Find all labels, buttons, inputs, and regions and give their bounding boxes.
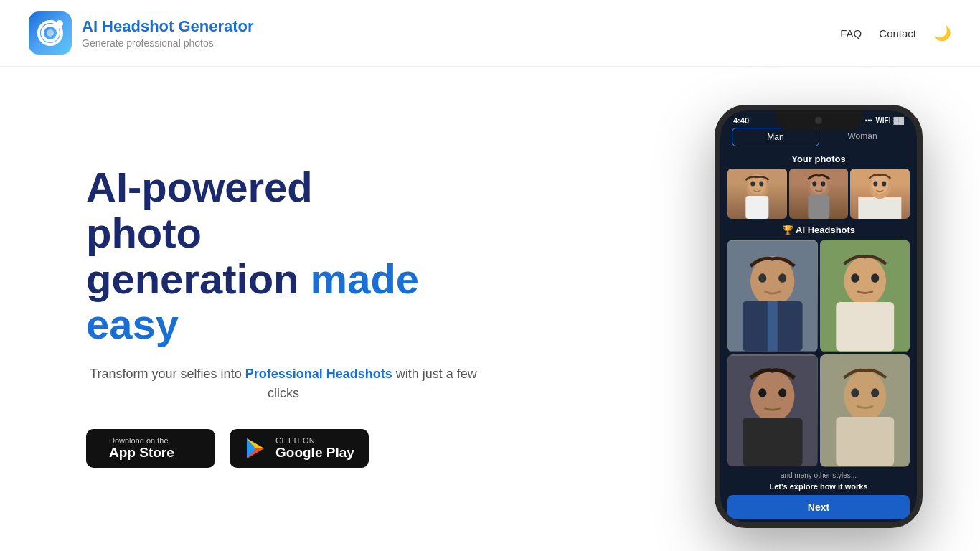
svg-rect-9 <box>745 196 768 219</box>
app-name: AI Headshot Generator <box>82 17 254 36</box>
store-buttons: Download on the App Store GET IT ON Goog… <box>86 429 481 468</box>
svg-rect-40 <box>836 417 894 466</box>
phone-mockup-section: 4:40 ▪▪▪ WiFi ▓▓ Man Woman Your photos <box>715 105 923 528</box>
google-play-icon <box>244 437 267 460</box>
appstore-button[interactable]: Download on the App Store <box>86 429 215 468</box>
hero-section: AI-powered photo generation made easy Tr… <box>86 164 481 468</box>
phone-mockup: 4:40 ▪▪▪ WiFi ▓▓ Man Woman Your photos <box>715 105 923 528</box>
svg-point-26 <box>758 273 766 283</box>
wifi-icon: WiFi <box>875 116 890 124</box>
phone-camera <box>815 117 822 124</box>
photo-pro-3 <box>727 354 818 467</box>
photo-pro-2 <box>820 240 910 352</box>
svg-point-0 <box>42 25 58 41</box>
svg-point-20 <box>874 181 878 186</box>
phone-screen: 4:40 ▪▪▪ WiFi ▓▓ Man Woman Your photos <box>720 110 917 522</box>
status-icons: ▪▪▪ WiFi ▓▓ <box>865 116 904 124</box>
google-play-text: GET IT ON Google Play <box>275 436 354 461</box>
phone-time: 4:40 <box>733 116 749 125</box>
svg-point-39 <box>844 371 886 421</box>
svg-point-2 <box>47 29 54 37</box>
bottom-photos-grid <box>720 240 917 468</box>
svg-point-16 <box>821 181 825 186</box>
svg-point-1 <box>54 24 60 29</box>
nav: FAQ Contact 🌙 <box>840 24 951 42</box>
ai-headshots-label: 🏆 AI Headshots <box>720 219 917 240</box>
app-title-block: AI Headshot Generator Generate professio… <box>82 17 254 49</box>
top-photos-grid <box>720 169 917 219</box>
many-styles-text: and many other styles... <box>727 471 910 479</box>
photo-pro-4 <box>820 354 910 467</box>
battery-icon: ▓▓ <box>893 116 904 124</box>
theme-toggle-icon[interactable]: 🌙 <box>933 24 951 42</box>
svg-rect-14 <box>808 195 829 219</box>
svg-point-23 <box>750 255 794 306</box>
contact-link[interactable]: Contact <box>879 27 916 39</box>
svg-point-42 <box>871 388 879 397</box>
header: AI Headshot Generator Generate professio… <box>0 0 980 67</box>
faq-link[interactable]: FAQ <box>840 27 862 39</box>
svg-rect-35 <box>743 418 803 466</box>
signal-icon: ▪▪▪ <box>865 116 873 124</box>
app-subtitle: Generate professional photos <box>82 37 254 49</box>
photo-thumb-2 <box>789 169 849 219</box>
svg-rect-30 <box>836 302 894 351</box>
svg-point-15 <box>812 181 816 186</box>
photo-thumb-3 <box>850 169 910 219</box>
hero-title: AI-powered photo generation made easy <box>86 164 481 347</box>
app-icon <box>29 11 72 55</box>
main-content: AI-powered photo generation made easy Tr… <box>0 67 980 551</box>
phone-notch <box>776 110 862 131</box>
photo-thumb-1 <box>727 169 787 219</box>
svg-point-29 <box>844 257 886 305</box>
svg-point-31 <box>851 273 859 283</box>
phone-footer: and many other styles... Let's explore h… <box>720 467 917 522</box>
next-button[interactable]: Next <box>727 495 910 519</box>
svg-point-32 <box>871 273 879 283</box>
svg-point-10 <box>750 181 755 186</box>
svg-point-37 <box>778 388 786 397</box>
svg-rect-17 <box>859 197 902 219</box>
explore-text: Let's explore how it works <box>727 482 910 491</box>
svg-point-34 <box>750 369 794 422</box>
svg-point-36 <box>758 388 766 397</box>
logo-area: AI Headshot Generator Generate professio… <box>29 11 254 55</box>
svg-point-41 <box>851 388 859 397</box>
svg-point-21 <box>882 181 887 186</box>
appstore-text: Download on the App Store <box>109 436 174 461</box>
phone-your-photos-title: Your photos <box>720 151 917 169</box>
svg-rect-25 <box>768 301 778 351</box>
google-play-button[interactable]: GET IT ON Google Play <box>230 429 369 468</box>
svg-point-27 <box>778 273 786 283</box>
photo-pro-1 <box>727 240 818 352</box>
hero-subtitle: Transform your selfies into Professional… <box>86 364 481 403</box>
svg-point-11 <box>759 181 763 186</box>
